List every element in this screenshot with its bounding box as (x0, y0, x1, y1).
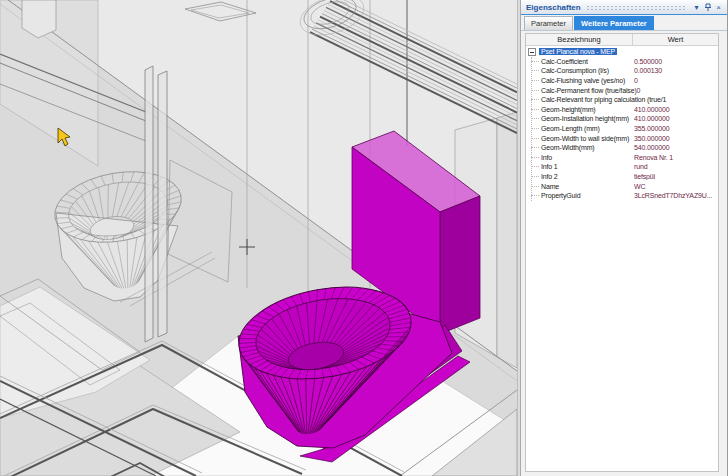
wall-column-side (497, 112, 517, 368)
properties-panel: Eigenschaften ▾ × Parameter Weitere Para… (521, 0, 728, 476)
property-row[interactable]: Geom-Length (mm)355.000000 (526, 124, 718, 134)
door-post-1 (145, 66, 153, 342)
property-row[interactable]: InfoRenova Nr. 1 (526, 153, 718, 163)
grid-header: Bezeichnung Wert (526, 34, 718, 46)
collapse-toggle-icon[interactable] (528, 48, 536, 56)
property-row[interactable]: Calc-Coefficient0.500000 (526, 57, 718, 67)
property-row[interactable]: Calc-Consumption (l/s)0.000130 (526, 66, 718, 76)
property-row[interactable]: Geom-Installation height(mm)410.000000 (526, 114, 718, 124)
property-row[interactable]: Info 2tiefspül (526, 172, 718, 182)
chevron-down-icon[interactable]: ▾ (691, 2, 702, 13)
property-row[interactable]: Geom-Width to wall side(mm)350.000000 (526, 133, 718, 143)
cistern-side-face (440, 196, 480, 334)
3d-scene-canvas[interactable] (0, 0, 517, 476)
property-row[interactable]: Geom-height(mm)410.000000 (526, 105, 718, 115)
property-row[interactable]: NameWC (526, 181, 718, 191)
tab-weitere-parameter[interactable]: Weitere Parameter (574, 16, 654, 31)
tree-root-label: Pset Plancal nova - MEP (539, 48, 617, 55)
property-row[interactable]: Calc-Permanent flow (true/false)0 (526, 85, 718, 95)
column-header-wert[interactable]: Wert (633, 34, 718, 45)
3d-viewport[interactable] (0, 0, 517, 476)
property-grid: Bezeichnung Wert Pset Plancal nova - MEP… (525, 33, 719, 472)
property-row[interactable]: Calc-Relevant for piping calculation (tr… (526, 95, 718, 105)
cad-application-window: Eigenschaften ▾ × Parameter Weitere Para… (0, 0, 728, 476)
property-row[interactable]: Geom-Width(mm)540.000000 (526, 143, 718, 153)
tree-root-row[interactable]: Pset Plancal nova - MEP (526, 47, 718, 57)
property-row[interactable]: Calc-Flushing valve (yes/no)0 (526, 76, 718, 86)
close-icon[interactable]: × (713, 2, 724, 13)
titlebar-grip (586, 5, 686, 11)
pin-icon[interactable] (702, 2, 713, 13)
property-row[interactable]: PropertyGuid3LcRSnedT7DhzYAZ9U... (526, 191, 718, 201)
panel-tabs: Parameter Weitere Parameter (521, 15, 727, 31)
column-header-bezeichnung[interactable]: Bezeichnung (526, 34, 633, 45)
panel-title: Eigenschaften (526, 3, 581, 12)
tab-parameter[interactable]: Parameter (524, 16, 573, 31)
panel-titlebar[interactable]: Eigenschaften ▾ × (521, 0, 727, 15)
property-row[interactable]: Info 1rund (526, 162, 718, 172)
grid-body: Pset Plancal nova - MEP Calc-Coefficient… (526, 46, 718, 471)
door-post-2 (158, 71, 167, 337)
